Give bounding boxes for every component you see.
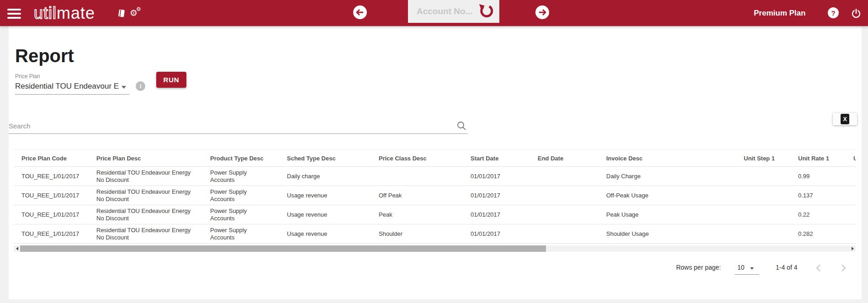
account-number-input[interactable] bbox=[408, 0, 490, 23]
cell-start-date: 01/01/2017 bbox=[463, 224, 530, 243]
cell-price-class-desc: Peak bbox=[371, 205, 463, 224]
cell-line: Residential TOU Endeavour Energy bbox=[96, 207, 191, 215]
column-header-product-type-desc: Product Type Desc bbox=[202, 150, 279, 166]
menu-icon[interactable] bbox=[7, 9, 21, 19]
cell-line: Power Supply bbox=[210, 227, 247, 234]
cell-price-plan-code: TOU_REE_1/01/2017 bbox=[14, 186, 89, 205]
cell-line: No Discount bbox=[96, 215, 129, 222]
cell-sched-type-desc: Usage revenue bbox=[279, 186, 371, 205]
price-plan-underline bbox=[15, 94, 129, 95]
cell-price-plan-code: TOU_REE_1/01/2017 bbox=[14, 224, 89, 243]
cell-invoice-desc: Off-Peak Usage bbox=[598, 186, 736, 205]
cell-line: Accounts bbox=[210, 176, 234, 184]
rows-per-page-value: 10 bbox=[737, 264, 745, 271]
page-title: Report bbox=[15, 46, 74, 66]
cell-product-type-desc: Power Supply Accounts bbox=[202, 224, 279, 243]
cell-price-plan-code: TOU_REE_1/01/2017 bbox=[14, 167, 89, 186]
cell-unit-rate-1: 0.137 bbox=[790, 186, 846, 205]
cell-price-class-desc: Off Peak bbox=[371, 186, 463, 205]
search-input[interactable] bbox=[9, 118, 468, 134]
cell-unit-rate-1: 0.282 bbox=[790, 224, 846, 243]
cell-line: No Discount bbox=[96, 196, 129, 203]
table-row: TOU_REE_1/01/2017 Residential TOU Endeav… bbox=[14, 186, 856, 205]
back-arrow-button[interactable] bbox=[353, 5, 367, 19]
cell-line: Residential TOU Endeavour Energy bbox=[96, 169, 191, 176]
cell-truncated bbox=[846, 224, 856, 243]
cell-truncated bbox=[846, 186, 856, 205]
cell-sched-type-desc: Usage revenue bbox=[279, 224, 371, 243]
cell-invoice-desc: Shoulder Usage bbox=[598, 224, 736, 243]
price-plan-select[interactable]: Residential TOU Endeavour Ener bbox=[15, 80, 129, 94]
cell-line: Residential TOU Endeavour Energy bbox=[96, 188, 191, 196]
cell-price-plan-desc: Residential TOU Endeavour Energy No Disc… bbox=[89, 205, 202, 224]
cell-unit-rate-1: 0.22 bbox=[790, 205, 846, 224]
report-page: utilmate ⚙ ⚙ Pre bbox=[0, 0, 868, 303]
info-icon[interactable]: i bbox=[136, 81, 145, 91]
cell-end-date bbox=[530, 205, 598, 224]
table-row: TOU_REE_1/01/2017 Residential TOU Endeav… bbox=[14, 167, 856, 186]
help-icon[interactable]: ? bbox=[828, 7, 839, 18]
cell-end-date bbox=[530, 167, 598, 186]
chevron-down-icon bbox=[750, 267, 754, 270]
price-plan-value: Residential TOU Endeavour Ener bbox=[15, 82, 119, 91]
app-logo: utilmate bbox=[34, 3, 95, 23]
scroll-left-icon[interactable] bbox=[14, 245, 20, 252]
plan-badge: Premium Plan bbox=[754, 9, 805, 18]
cell-start-date: 01/01/2017 bbox=[463, 186, 530, 205]
scroll-right-icon[interactable] bbox=[849, 245, 856, 252]
column-header-price-plan-code: Price Plan Code bbox=[14, 150, 89, 166]
power-icon[interactable] bbox=[851, 8, 862, 19]
horizontal-scrollbar[interactable] bbox=[14, 245, 856, 252]
column-header-price-plan-desc: Price Plan Desc bbox=[89, 150, 202, 166]
column-header-truncated: U bbox=[846, 150, 856, 166]
column-header-unit-step-1: Unit Step 1 bbox=[736, 150, 790, 166]
cell-unit-step-1 bbox=[736, 224, 790, 243]
price-plan-label: Price Plan bbox=[15, 73, 40, 80]
run-button[interactable]: RUN bbox=[156, 72, 186, 88]
table-header-row: Price Plan Code Price Plan Desc Product … bbox=[14, 149, 856, 167]
rows-per-page-label: Rows per page: bbox=[676, 264, 721, 271]
cell-product-type-desc: Power Supply Accounts bbox=[202, 186, 279, 205]
rows-per-page-select[interactable]: 10 bbox=[735, 262, 759, 275]
cell-truncated bbox=[846, 167, 856, 186]
cell-invoice-desc: Peak Usage bbox=[598, 205, 736, 224]
cell-product-type-desc: Power Supply Accounts bbox=[202, 205, 279, 224]
gears-icon[interactable]: ⚙ ⚙ bbox=[130, 6, 143, 20]
info-glyph: i bbox=[140, 83, 142, 90]
column-header-invoice-desc: Invoice Desc bbox=[598, 150, 736, 166]
forward-arrow-button[interactable] bbox=[535, 5, 549, 19]
cell-invoice-desc: Daily Charge bbox=[598, 167, 736, 186]
table-row: TOU_REE_1/01/2017 Residential TOU Endeav… bbox=[14, 205, 856, 224]
cell-price-plan-desc: Residential TOU Endeavour Energy No Disc… bbox=[89, 186, 202, 205]
cell-end-date bbox=[530, 186, 598, 205]
cell-line: Accounts bbox=[210, 196, 234, 203]
cell-sched-type-desc: Daily charge bbox=[279, 167, 371, 186]
undo-icon[interactable] bbox=[479, 4, 493, 19]
scrollbar-thumb[interactable] bbox=[20, 245, 546, 252]
logo-text-outline: util bbox=[34, 4, 57, 22]
cell-line: Power Supply bbox=[210, 188, 247, 196]
arrow-right-icon bbox=[538, 9, 546, 16]
cell-price-class-desc: Shoulder bbox=[371, 224, 463, 243]
excel-export-button[interactable]: X bbox=[833, 113, 857, 125]
book-icon[interactable] bbox=[117, 9, 126, 18]
rows-per-page-underline bbox=[735, 274, 759, 275]
cell-price-plan-code: TOU_REE_1/01/2017 bbox=[14, 205, 89, 224]
cell-price-class-desc bbox=[371, 167, 463, 186]
column-header-end-date: End Date bbox=[530, 150, 598, 166]
cell-start-date: 01/01/2017 bbox=[463, 205, 530, 224]
cell-unit-step-1 bbox=[736, 205, 790, 224]
column-header-sched-type-desc: Sched Type Desc bbox=[279, 150, 371, 166]
chevron-down-icon bbox=[122, 86, 126, 89]
cell-line: Power Supply bbox=[210, 169, 247, 176]
help-glyph: ? bbox=[831, 9, 835, 17]
search-icon[interactable] bbox=[456, 121, 467, 132]
cell-truncated bbox=[846, 205, 856, 224]
column-header-unit-rate-1: Unit Rate 1 bbox=[790, 150, 846, 166]
cell-unit-step-1 bbox=[736, 186, 790, 205]
logo-text-solid: mate bbox=[57, 4, 95, 22]
app-header: utilmate ⚙ ⚙ Pre bbox=[0, 0, 868, 26]
cell-line: Residential TOU Endeavour Energy bbox=[96, 227, 191, 234]
cell-line: No Discount bbox=[96, 176, 129, 184]
cell-product-type-desc: Power Supply Accounts bbox=[202, 167, 279, 186]
